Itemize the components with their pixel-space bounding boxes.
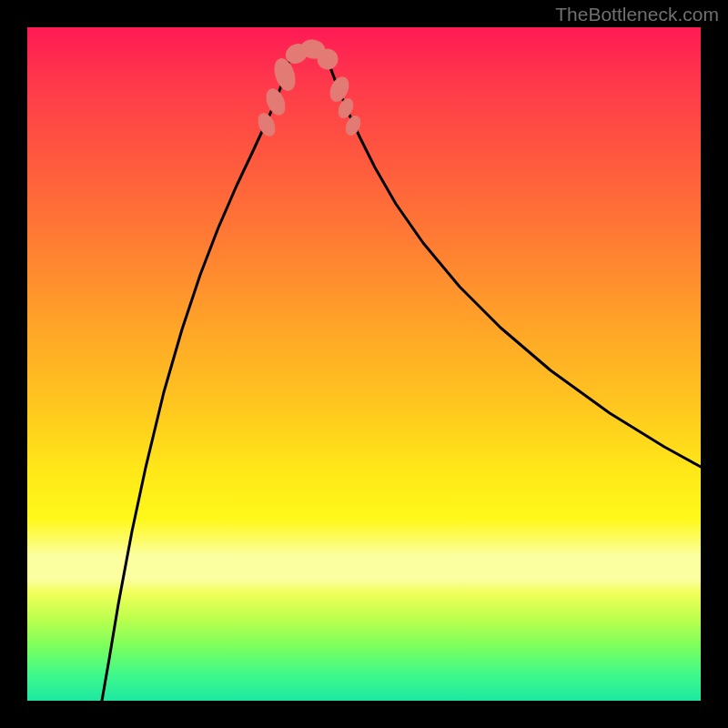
series-left-curve (102, 70, 286, 701)
left-marker-2 (263, 86, 288, 118)
marker-group (255, 38, 362, 138)
plot-area (27, 27, 701, 701)
curve-group (102, 47, 701, 701)
left-marker-1 (255, 111, 278, 138)
chart-frame: TheBottleneck.com (0, 0, 728, 728)
curve-svg (27, 27, 701, 701)
watermark-text: TheBottleneck.com (555, 4, 719, 25)
series-right-curve (331, 70, 701, 467)
